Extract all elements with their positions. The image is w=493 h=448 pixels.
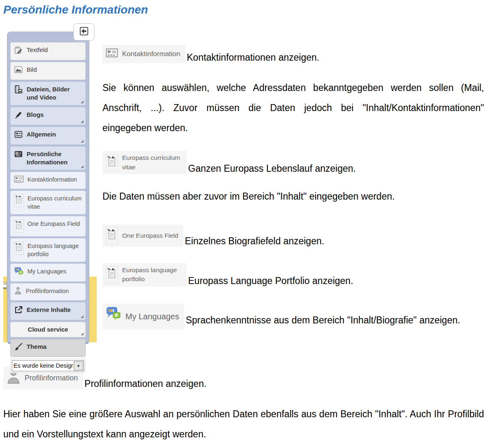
contact-card-icon bbox=[14, 175, 24, 185]
sidebar-item-profilinformation[interactable]: Profilinformation bbox=[10, 283, 86, 300]
sidebar-item-label: Dateien, Bilder und Video bbox=[27, 85, 82, 102]
caption-europass-cv: Ganzen Europass Lebenslauf anzeigen. bbox=[188, 163, 356, 174]
sidebar-item-thema[interactable]: Thema bbox=[10, 339, 86, 357]
sidebar-item-label: Profilinformation bbox=[26, 287, 69, 295]
pencil-icon bbox=[14, 110, 23, 121]
sidebar-item-my-languages[interactable]: My Languages bbox=[10, 264, 86, 282]
caption-my-languages: Sprachenkenntnisse aus dem Bereich "Inha… bbox=[186, 315, 460, 325]
europass-doc-icon bbox=[14, 194, 24, 207]
form-icon bbox=[14, 130, 23, 141]
europass-doc-icon bbox=[14, 241, 24, 255]
one-europass-field-chip: One Europass Field bbox=[102, 225, 183, 247]
europass-doc-icon bbox=[106, 266, 118, 283]
sidebar-item-label: Bild bbox=[27, 66, 37, 74]
sidebar-item-label: Persönliche Informationen bbox=[27, 150, 82, 166]
sidebar-item-europass-cv[interactable]: Europass curriculum vitae bbox=[10, 191, 86, 214]
language-portfolio-chip: Europass language portfolio bbox=[102, 263, 186, 287]
chip-label: Europass language portfolio bbox=[122, 266, 182, 284]
sidebar-item-persoenliche-informationen[interactable]: Persönliche Informationen bbox=[10, 146, 86, 170]
sidebar-figure: Textfeld Bild bbox=[3, 21, 100, 349]
kontaktinformation-chip: Kontaktinformation bbox=[102, 45, 185, 63]
caption-one-europass-field: Einzelnes Biografiefeld anzeigen. bbox=[185, 236, 324, 246]
sidebar-item-bild[interactable]: Bild bbox=[10, 62, 86, 80]
theme-select[interactable]: Es wurde keine Designv ▼ bbox=[12, 360, 84, 371]
caption-kontakt: Kontaktinformationen anzeigen. bbox=[187, 52, 320, 63]
chip-label: My Languages bbox=[125, 309, 179, 325]
chip-label: One Europass Field bbox=[122, 232, 178, 239]
paragraph-inhalt: Die Daten müssen aber zuvor im Bereich "… bbox=[102, 186, 484, 207]
theme-select-value: Es wurde keine Designv bbox=[12, 361, 73, 371]
paragraph-auswahl: Hier haben Sie eine größere Auswahl an p… bbox=[3, 404, 484, 444]
chevron-down-icon[interactable]: ▼ bbox=[74, 361, 83, 371]
sidebar-item-label: Europass curriculum vitae bbox=[27, 194, 82, 211]
clipped-icon-fragment bbox=[3, 282, 7, 292]
speech-bubbles-icon bbox=[106, 306, 121, 327]
info-row-europass-cv: Europass curriculum vitae Ganzen Europas… bbox=[102, 151, 484, 174]
caption-profilinformation: Profilinformationen anzeigen. bbox=[84, 378, 207, 389]
textfield-icon bbox=[14, 45, 23, 57]
text-column: Kontaktinformation Kontaktinformationen … bbox=[100, 21, 484, 330]
blocks-sidebar-panel: Textfeld Bild bbox=[7, 32, 89, 344]
my-languages-chip: My Languages bbox=[102, 304, 184, 330]
media-filmstrip-icon bbox=[14, 85, 23, 96]
collapse-panel-tab[interactable] bbox=[73, 23, 95, 41]
id-badge-icon bbox=[14, 150, 23, 161]
sidebar-item-label: Kontaktinformation bbox=[27, 175, 77, 184]
document-page: Persönliche Informationen bbox=[0, 0, 493, 444]
sidebar-item-label: Externe Inhalte bbox=[27, 306, 71, 314]
chip-label: Profilinformation bbox=[25, 374, 78, 382]
sidebar-item-externe-inhalte[interactable]: Externe Inhalte bbox=[10, 302, 86, 320]
speech-bubbles-icon bbox=[14, 267, 24, 278]
sidebar-item-label: Cloud service bbox=[28, 325, 68, 334]
sidebar-item-allgemein[interactable]: Allgemein bbox=[10, 127, 86, 145]
paintbrush-icon bbox=[14, 342, 23, 353]
sidebar-item-label: My Languages bbox=[27, 267, 66, 275]
image-icon bbox=[14, 65, 23, 76]
info-row-language-portfolio: Europass language portfolio Europass Lan… bbox=[102, 263, 484, 287]
europass-doc-icon bbox=[14, 219, 24, 233]
page-title: Persönliche Informationen bbox=[3, 3, 484, 16]
chip-label: Europass curriculum vitae bbox=[122, 153, 182, 172]
bottom-section: Profilinformation Profilinformationen an… bbox=[3, 366, 484, 444]
sidebar-item-label: Europass language portfolio bbox=[27, 242, 82, 258]
chip-label: Kontaktinformation bbox=[122, 50, 180, 58]
sidebar-item-europass-language-portfolio[interactable]: Europass language portfolio bbox=[10, 238, 86, 262]
content-row: Textfeld Bild bbox=[3, 21, 484, 349]
sidebar-item-dateien-bilder-video[interactable]: Dateien, Bilder und Video bbox=[10, 82, 86, 105]
paragraph-adressdaten: Sie können auswählen, welche Adressdaten… bbox=[102, 78, 484, 138]
sidebar-item-blogs[interactable]: Blogs bbox=[10, 107, 86, 125]
sidebar-item-label: Textfeld bbox=[27, 46, 48, 54]
person-icon bbox=[14, 287, 22, 297]
contact-card-icon bbox=[106, 48, 118, 61]
info-row-my-languages: My Languages Sprachenkenntnisse aus dem … bbox=[102, 304, 473, 330]
sidebar-item-one-europass-field[interactable]: One Europass Field bbox=[10, 216, 86, 237]
external-link-icon bbox=[14, 305, 23, 316]
sidebar-item-cloud-service[interactable]: Cloud service bbox=[10, 322, 86, 337]
sidebar-item-label: Blogs bbox=[27, 111, 44, 119]
europass-cv-chip: Europass curriculum vitae bbox=[102, 151, 186, 174]
sidebar-item-label: Thema bbox=[27, 343, 46, 351]
sidebar-item-label: One Europass Field bbox=[27, 220, 80, 228]
info-row-one-europass-field: One Europass Field Einzelnes Biografiefe… bbox=[102, 225, 484, 247]
collapse-left-arrow-icon bbox=[79, 26, 89, 38]
caption-language-portfolio: Europass Language Portfolio anzeigen. bbox=[188, 275, 353, 286]
sidebar-item-textfeld[interactable]: Textfeld bbox=[10, 42, 86, 60]
sidebar-item-label: Allgemein bbox=[27, 130, 56, 139]
info-row-kontakt: Kontaktinformation Kontaktinformationen … bbox=[102, 45, 484, 63]
sidebar-item-kontaktinformation[interactable]: Kontaktinformation bbox=[10, 172, 86, 189]
europass-doc-icon bbox=[106, 154, 118, 171]
europass-doc-icon bbox=[106, 227, 118, 244]
theme-select-row: Es wurde keine Designv ▼ bbox=[10, 359, 86, 373]
